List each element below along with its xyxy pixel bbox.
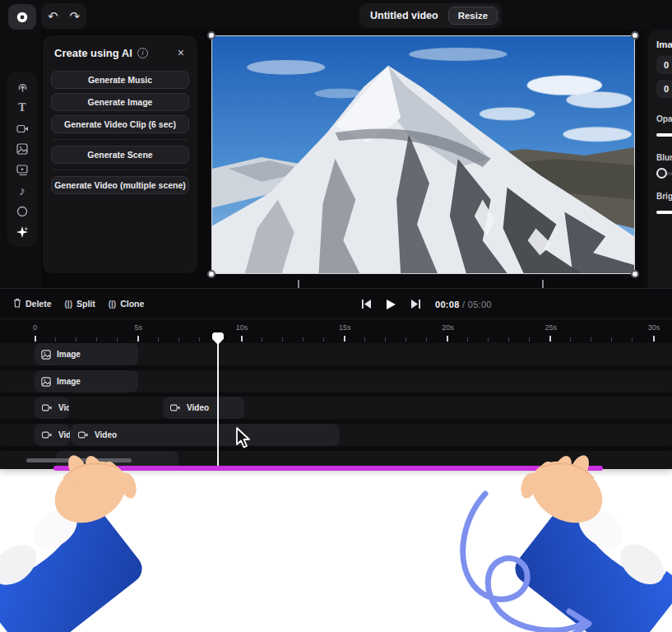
video-clip[interactable]: Vide: [35, 397, 69, 419]
clip-label: Image: [57, 350, 81, 359]
music-tool-icon[interactable]: ♪: [15, 184, 30, 198]
ruler-tick: [467, 337, 468, 342]
ruler-tick: [158, 337, 159, 342]
app-logo-button[interactable]: [8, 4, 36, 30]
generate-scene-button[interactable]: Generate Scene: [51, 146, 189, 164]
video-clip[interactable]: Vide: [35, 424, 70, 446]
video-editor-app: ↶ ↷ Untitled video Resize: [0, 0, 672, 469]
image-clip[interactable]: Image: [35, 370, 138, 393]
playhead-line[interactable]: [217, 333, 219, 467]
split-button[interactable]: (|) Split: [65, 299, 95, 309]
ruler-label: 30s: [648, 323, 660, 332]
ruler-tick: [488, 337, 489, 342]
blur-label: Blur: [656, 153, 672, 162]
left-hand-illustration: [0, 449, 207, 632]
ruler-label: 15s: [339, 323, 351, 332]
video-clip[interactable]: Video: [71, 424, 340, 446]
trash-icon: [13, 298, 21, 309]
divider: [53, 170, 188, 170]
blur-slider[interactable]: [656, 172, 672, 175]
aperture-logo-icon: [16, 11, 29, 24]
upload-icon[interactable]: [15, 80, 30, 95]
clone-icon: (|): [109, 300, 116, 309]
video-clip-icon: [41, 403, 53, 412]
generate-image-button[interactable]: Generate Image: [51, 93, 189, 111]
ruler-tick: [385, 337, 386, 342]
ruler-tick: [241, 336, 243, 342]
clip-label: Vide: [58, 430, 70, 439]
image-tool-icon[interactable]: [15, 142, 30, 156]
brightness-slider[interactable]: [656, 211, 672, 214]
ruler-tick: [137, 336, 139, 342]
timeline-track: Image: [0, 343, 672, 365]
shape-tool-icon[interactable]: [15, 204, 30, 219]
create-using-ai-panel: Create using AI i × Generate Music Gener…: [43, 35, 197, 273]
ruler-tick: [76, 337, 76, 342]
ruler-tick: [303, 337, 304, 342]
clip-label: Vide: [58, 403, 69, 412]
resize-handle-bottom-left[interactable]: [207, 270, 216, 278]
ruler-tick: [611, 337, 612, 342]
document-title[interactable]: Untitled video: [370, 10, 438, 21]
timeline-track: VideVideo: [0, 397, 672, 419]
ruler-tick: [529, 337, 530, 342]
close-icon[interactable]: ×: [174, 45, 188, 60]
ruler-label: 10s: [236, 323, 248, 332]
history-controls: ↶ ↷: [41, 3, 86, 29]
resize-handle-bottom-right[interactable]: [631, 270, 639, 278]
clone-button[interactable]: (|) Clone: [109, 299, 145, 309]
ruler-tick: [632, 337, 633, 342]
ai-generate-icon[interactable]: [15, 225, 30, 239]
ruler-tick: [344, 336, 345, 342]
info-icon[interactable]: i: [137, 48, 148, 58]
ruler-tick: [653, 336, 655, 342]
ruler-tick: [426, 337, 427, 342]
generate-video-multiple-button[interactable]: Generate Video (multiple scene): [51, 176, 189, 194]
ruler-tick: [117, 337, 118, 342]
split-icon: (|): [65, 300, 72, 309]
timeline-track: Image: [0, 370, 672, 393]
ruler-tick: [178, 337, 179, 342]
text-tool-icon[interactable]: T: [15, 100, 30, 115]
transport-controls: 00:08 / 05:00: [362, 289, 492, 319]
image-clip[interactable]: Image: [35, 343, 138, 365]
video-tool-icon[interactable]: [15, 121, 30, 136]
video-clip-icon: [77, 430, 89, 439]
skip-to-start-button[interactable]: [362, 300, 372, 309]
ruler-tick: [35, 336, 36, 342]
ruler-tick: [96, 337, 97, 342]
generate-music-button[interactable]: Generate Music: [51, 71, 189, 89]
timeline-section: Delete (|) Split (|) Clone: [0, 288, 672, 469]
ruler-tick: [262, 337, 262, 342]
undo-button[interactable]: ↶: [48, 10, 58, 22]
clip-label: Video: [187, 403, 209, 412]
resize-button[interactable]: Resize: [448, 7, 498, 25]
divider: [53, 139, 188, 140]
generate-video-clip-button[interactable]: Generate Video Clip (6 sec): [51, 115, 189, 133]
total-time: 05:00: [468, 300, 492, 309]
play-button[interactable]: [387, 300, 396, 309]
media-library-icon[interactable]: [15, 163, 30, 178]
opacity-label: Opacity: [656, 114, 672, 123]
selected-video-layer[interactable]: [211, 35, 635, 274]
resize-handle-top-right[interactable]: [631, 31, 639, 40]
brightness-label: Brightness: [656, 192, 672, 201]
y-position-input[interactable]: 0: [656, 80, 672, 98]
blur-slider-knob[interactable]: [656, 168, 667, 179]
video-clip-icon: [169, 403, 181, 412]
ruler-label: 5s: [134, 323, 142, 332]
delete-button[interactable]: Delete: [13, 298, 52, 309]
ai-panel-title: Create using AI: [54, 47, 132, 59]
ruler-label: 20s: [442, 323, 454, 332]
timeline-ruler[interactable]: 05s10s15s20s25s30s: [0, 322, 672, 343]
ruler-tick: [570, 337, 571, 342]
redo-button[interactable]: ↷: [70, 10, 81, 22]
mouse-cursor: [235, 427, 253, 450]
image-clip-icon: [41, 350, 51, 360]
skip-to-end-button[interactable]: [410, 300, 420, 309]
resize-handle-top-left[interactable]: [207, 31, 216, 40]
x-position-input[interactable]: 0: [656, 56, 672, 74]
video-clip[interactable]: Video: [163, 397, 244, 419]
timeline-toolbar: Delete (|) Split (|) Clone: [0, 289, 672, 319]
opacity-slider[interactable]: [656, 133, 672, 137]
